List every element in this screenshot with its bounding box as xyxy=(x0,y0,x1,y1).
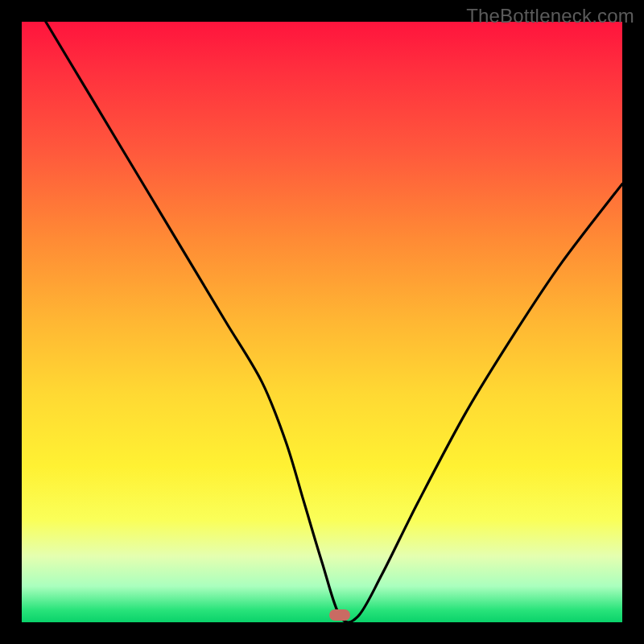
optimum-marker xyxy=(329,609,350,621)
watermark-text: TheBottleneck.com xyxy=(466,5,634,27)
bottleneck-curve xyxy=(22,22,622,622)
chart-frame: TheBottleneck.com xyxy=(0,0,644,644)
plot-area xyxy=(22,22,622,622)
